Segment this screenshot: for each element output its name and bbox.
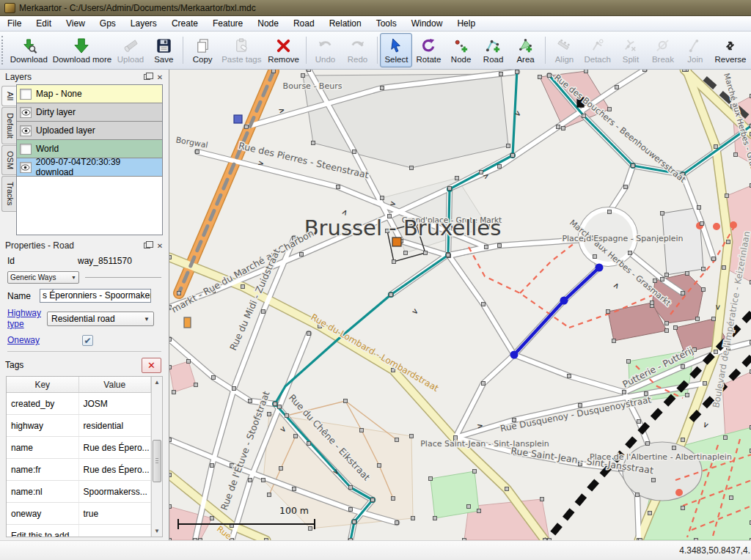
menu-file[interactable]: File <box>0 17 29 30</box>
highway-type-dropdown[interactable]: Residential road ▼ <box>47 312 154 326</box>
menu-help[interactable]: Help <box>450 17 483 30</box>
tag-cell[interactable]: JOSM <box>79 393 152 414</box>
tag-cell[interactable] <box>79 525 152 537</box>
tag-row[interactable]: name:nlSpoormakerss... <box>7 481 151 503</box>
reverse-button[interactable]: Reverse <box>711 33 750 67</box>
float-dock-icon[interactable] <box>141 72 153 82</box>
sidebar: Layers ✕ AllDefaultOSMTracks Map - NoneD… <box>0 70 169 540</box>
map-viewport: >>>>>>>>>>>>>>>>Bourse - BeursGrand'plac… <box>169 70 751 540</box>
close-dock-icon[interactable]: ✕ <box>154 240 166 251</box>
red-dot <box>713 223 720 230</box>
road-button[interactable]: Road <box>477 33 510 67</box>
name-input[interactable]: s Éperonniers - Spoormakersstraat <box>40 289 151 303</box>
menu-road[interactable]: Road <box>286 17 322 30</box>
layer-row[interactable]: Dirty layer <box>17 103 162 122</box>
node-square <box>582 114 586 118</box>
tag-cell[interactable]: name <box>7 437 79 458</box>
tag-row[interactable]: Edit this to add... <box>7 525 151 537</box>
layer-tab-all[interactable]: All <box>1 86 16 106</box>
orange-rect-marker[interactable] <box>184 317 191 328</box>
layer-checkbox-icon[interactable] <box>20 89 32 100</box>
map-label: Place d'Espagne - Spanjeplein <box>562 234 683 243</box>
menu-view[interactable]: View <box>59 17 92 30</box>
tag-row[interactable]: name:frRue des Épero... <box>7 459 151 481</box>
oneway-checkbox[interactable]: ✔ <box>82 335 93 346</box>
rotate-button[interactable]: Rotate <box>412 33 444 67</box>
node-square <box>607 310 610 314</box>
node-square <box>643 70 647 72</box>
download-more-button[interactable]: Download more <box>51 33 114 67</box>
save-button[interactable]: Save <box>147 33 180 67</box>
tag-row[interactable]: created_byJOSM <box>7 393 151 415</box>
selected-way-node[interactable] <box>596 264 604 272</box>
tags-scrollbar[interactable]: ▲ ▼ <box>151 377 162 537</box>
menu-window[interactable]: Window <box>404 17 450 30</box>
layer-row[interactable]: Uploaded layer <box>17 122 162 140</box>
area-button[interactable]: Area <box>510 33 542 67</box>
column-header-value[interactable]: Value <box>79 377 152 392</box>
layer-tab-osm[interactable]: OSM <box>1 145 16 175</box>
menu-tools[interactable]: Tools <box>369 17 404 30</box>
layer-visible-eye-icon[interactable] <box>20 107 32 118</box>
tag-cell[interactable]: residential <box>79 415 152 436</box>
tag-row[interactable]: onewaytrue <box>7 503 151 525</box>
tag-cell[interactable]: name:nl <box>7 481 79 502</box>
blue-diamond-marker[interactable] <box>234 115 242 123</box>
scroll-up-icon[interactable]: ▲ <box>152 377 162 388</box>
tag-cell[interactable]: name:fr <box>7 459 79 480</box>
layer-row[interactable]: Map - None <box>17 85 162 103</box>
node-square <box>648 512 652 515</box>
tag-cell[interactable]: Spoormakerss... <box>79 481 152 502</box>
node-square <box>695 539 698 541</box>
menu-relation[interactable]: Relation <box>322 17 369 30</box>
coordinates-readout: 4.3483,50.8437,4. <box>679 545 751 556</box>
node-square <box>727 240 730 244</box>
layer-row[interactable]: 2009-07-04T20:30:39 download <box>17 158 162 177</box>
scrollbar-thumb[interactable] <box>153 440 161 482</box>
close-dock-icon[interactable]: ✕ <box>154 72 166 82</box>
toolbar-drag-handle[interactable] <box>1 36 6 65</box>
name-label: Name <box>7 291 40 301</box>
tag-cell[interactable]: Rue des Épero... <box>79 459 152 480</box>
menu-create[interactable]: Create <box>164 17 205 30</box>
selected-way-node[interactable] <box>510 351 519 359</box>
layer-checkbox-icon[interactable] <box>20 144 32 155</box>
title-bar[interactable]: Merkaartor - C:/Users/Admin/Documents/Me… <box>0 0 751 16</box>
menu-edit[interactable]: Edit <box>29 17 59 30</box>
preset-dropdown[interactable]: Generic Ways ▼ <box>7 271 79 284</box>
toolbar-separator <box>377 37 378 64</box>
tag-cell[interactable]: true <box>79 503 152 524</box>
tag-row[interactable]: highwayresidential <box>7 415 151 437</box>
upload-button: Upload <box>114 33 147 67</box>
node-button[interactable]: Node <box>445 33 477 67</box>
remove-button[interactable]: Remove <box>265 33 303 67</box>
tag-row[interactable]: nameRue des Épero... <box>7 437 151 459</box>
layer-tab-default[interactable]: Default <box>1 107 16 144</box>
tag-cell[interactable]: oneway <box>7 503 79 524</box>
paste-tags-button: Paste tags <box>219 33 264 67</box>
map-canvas[interactable]: >>>>>>>>>>>>>>>>Bourse - BeursGrand'plac… <box>169 70 751 540</box>
layer-row[interactable]: World <box>17 140 162 158</box>
copy-button[interactable]: Copy <box>186 33 219 67</box>
column-header-key[interactable]: Key <box>7 377 79 392</box>
tag-cell[interactable]: created_by <box>7 393 79 414</box>
menu-gps[interactable]: Gps <box>92 17 123 30</box>
tag-cell[interactable]: highway <box>7 415 79 436</box>
scroll-down-icon[interactable]: ▼ <box>152 526 162 537</box>
tag-cell[interactable]: Edit this to add... <box>7 525 79 537</box>
menu-layers[interactable]: Layers <box>123 17 164 30</box>
layer-visible-eye-icon[interactable] <box>20 162 32 173</box>
node-square <box>274 402 277 406</box>
layer-tab-tracks[interactable]: Tracks <box>1 176 16 212</box>
menu-node[interactable]: Node <box>250 17 286 30</box>
download-button[interactable]: Download <box>7 33 51 67</box>
layer-visible-eye-icon[interactable] <box>20 125 32 136</box>
oneway-link[interactable]: Oneway <box>7 335 47 346</box>
tag-cell[interactable]: Rue des Épero... <box>79 437 152 458</box>
select-button[interactable]: Select <box>380 33 412 67</box>
delete-tag-button[interactable]: ✕ <box>142 358 161 373</box>
selected-way-node[interactable] <box>560 297 568 305</box>
highway-type-link[interactable]: Highway type <box>7 308 47 330</box>
menu-feature[interactable]: Feature <box>205 17 250 30</box>
float-dock-icon[interactable] <box>141 240 153 251</box>
